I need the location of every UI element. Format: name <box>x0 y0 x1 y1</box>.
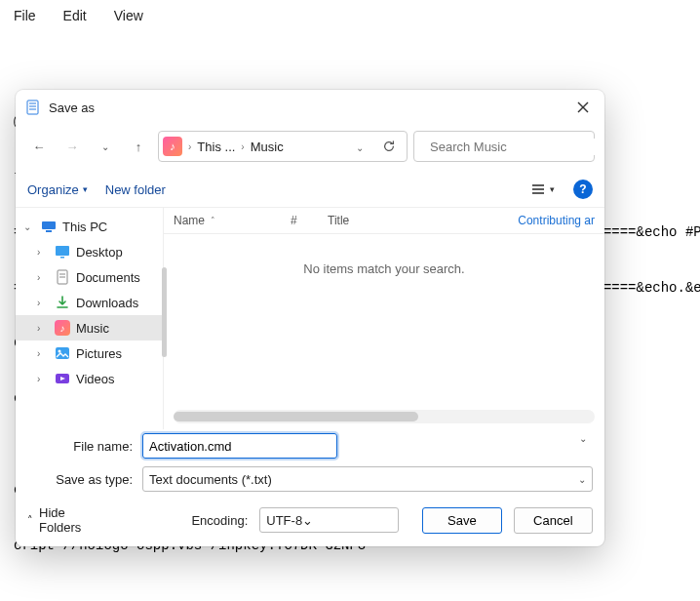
file-list-area: Name˄ # Title Contributing ar No items m… <box>164 208 604 429</box>
svg-rect-11 <box>42 221 56 229</box>
horizontal-scrollbar[interactable] <box>174 410 595 423</box>
scrollbar-thumb[interactable] <box>174 412 418 421</box>
search-input[interactable] <box>428 139 596 155</box>
col-track[interactable]: # <box>291 214 328 227</box>
pictures-icon <box>55 345 70 361</box>
splitter-handle[interactable] <box>162 267 167 357</box>
col-contributing[interactable]: Contributing ar <box>518 214 595 227</box>
folder-tree: ⌄ This PC › Desktop › Documents › Downlo… <box>16 208 164 429</box>
chevron-down-icon: ⌄ <box>579 433 587 444</box>
cancel-button[interactable]: Cancel <box>514 507 593 534</box>
svg-point-19 <box>58 350 61 353</box>
music-folder-icon: ♪ <box>163 137 182 156</box>
close-icon <box>577 101 589 113</box>
address-bar[interactable]: ♪ › This ... › Music ⌄ <box>158 131 408 162</box>
tree-item-documents[interactable]: › Documents <box>16 264 163 290</box>
arrow-right-icon: → <box>66 140 79 154</box>
arrow-up-icon: ↑ <box>136 140 142 154</box>
caret-down-icon: ▾ <box>83 184 88 194</box>
titlebar: Save as <box>16 90 604 127</box>
hide-folders-button[interactable]: ˄ Hide Folders <box>27 505 110 535</box>
menubar: File Edit View <box>0 0 700 31</box>
notepad-icon <box>25 100 41 115</box>
organize-button[interactable]: Organize ▾ <box>27 182 88 197</box>
back-button[interactable]: ← <box>25 133 53 160</box>
chevron-down-icon: ⌄ <box>23 221 35 232</box>
filename-row: File name: ⌄ <box>16 429 604 462</box>
sort-asc-icon: ˄ <box>211 216 215 225</box>
filename-label: File name: <box>27 439 133 454</box>
chevron-right-icon: › <box>37 323 49 334</box>
chevron-right-icon: › <box>37 298 49 308</box>
save-button[interactable]: Save <box>422 507 501 534</box>
nav-row: ← → ⌄ ↑ ♪ › This ... › Music ⌄ <box>16 127 604 172</box>
svg-rect-18 <box>56 347 69 359</box>
document-icon <box>55 269 70 285</box>
desktop-icon <box>55 244 70 260</box>
dialog-footer: ˄ Hide Folders Encoding: UTF-8 ⌄ Save Ca… <box>16 496 604 546</box>
col-title[interactable]: Title <box>328 214 518 227</box>
music-icon: ♪ <box>55 320 70 336</box>
save-as-dialog: Save as ← → ⌄ ↑ ♪ › This ... › Music ⌄ O… <box>16 90 604 546</box>
pc-icon <box>41 219 57 234</box>
arrow-left-icon: ← <box>33 140 46 154</box>
svg-rect-12 <box>46 230 52 232</box>
breadcrumb-seg[interactable]: This ... <box>197 140 235 154</box>
forward-button[interactable]: → <box>58 133 86 160</box>
menu-file[interactable]: File <box>14 8 36 23</box>
menu-edit[interactable]: Edit <box>63 8 87 23</box>
chevron-down-icon: ⌄ <box>302 513 313 528</box>
search-box[interactable] <box>413 131 595 162</box>
col-name[interactable]: Name˄ <box>174 214 291 227</box>
chevron-right-icon: › <box>37 348 49 359</box>
tree-item-desktop[interactable]: › Desktop <box>16 239 163 264</box>
chevron-right-icon: › <box>188 141 191 152</box>
toolbar: Organize ▾ New folder ▾ ? <box>16 172 604 208</box>
view-options-button[interactable]: ▾ <box>528 178 556 201</box>
svg-rect-0 <box>27 100 38 114</box>
up-button[interactable]: ↑ <box>125 133 152 160</box>
tree-item-downloads[interactable]: › Downloads <box>16 290 163 315</box>
chevron-down-icon: ⌄ <box>356 142 364 153</box>
savetype-row: Save as type: Text documents (*.txt) ⌄ <box>16 462 604 496</box>
menu-view[interactable]: View <box>114 8 143 23</box>
address-dropdown[interactable]: ⌄ <box>350 140 369 154</box>
refresh-icon <box>382 140 396 153</box>
tree-item-music[interactable]: › ♪ Music <box>16 315 163 341</box>
help-button[interactable]: ? <box>573 180 593 199</box>
recent-button[interactable]: ⌄ <box>92 133 119 160</box>
videos-icon <box>55 371 70 386</box>
chevron-right-icon: › <box>37 374 49 384</box>
breadcrumb-seg[interactable]: Music <box>251 140 284 154</box>
chevron-right-icon: › <box>37 272 49 283</box>
close-button[interactable] <box>569 96 597 119</box>
new-folder-button[interactable]: New folder <box>105 182 166 197</box>
dialog-body: ⌄ This PC › Desktop › Documents › Downlo… <box>16 208 604 429</box>
chevron-down-icon: ⌄ <box>101 141 109 152</box>
filename-dropdown[interactable]: ⌄ <box>579 433 587 444</box>
tree-item-pictures[interactable]: › Pictures <box>16 341 163 366</box>
svg-rect-14 <box>60 257 64 259</box>
column-headers[interactable]: Name˄ # Title Contributing ar <box>164 208 604 234</box>
refresh-button[interactable] <box>375 140 403 153</box>
savetype-label: Save as type: <box>27 472 133 487</box>
filename-input[interactable] <box>142 433 337 459</box>
svg-rect-13 <box>56 246 69 256</box>
encoding-label: Encoding: <box>191 513 248 528</box>
dialog-title: Save as <box>49 100 562 115</box>
download-icon <box>55 295 70 310</box>
empty-message: No items match your search. <box>164 234 604 410</box>
list-view-icon <box>530 182 548 196</box>
tree-item-videos[interactable]: › Videos <box>16 366 163 391</box>
chevron-right-icon: › <box>241 141 244 152</box>
savetype-combo[interactable]: Text documents (*.txt) ⌄ <box>142 466 593 492</box>
chevron-up-icon: ˄ <box>27 514 33 527</box>
encoding-combo[interactable]: UTF-8 ⌄ <box>259 507 399 533</box>
tree-item-thispc[interactable]: ⌄ This PC <box>16 214 163 239</box>
caret-down-icon: ▾ <box>550 184 555 194</box>
chevron-right-icon: › <box>37 247 49 258</box>
chevron-down-icon: ⌄ <box>578 474 586 485</box>
